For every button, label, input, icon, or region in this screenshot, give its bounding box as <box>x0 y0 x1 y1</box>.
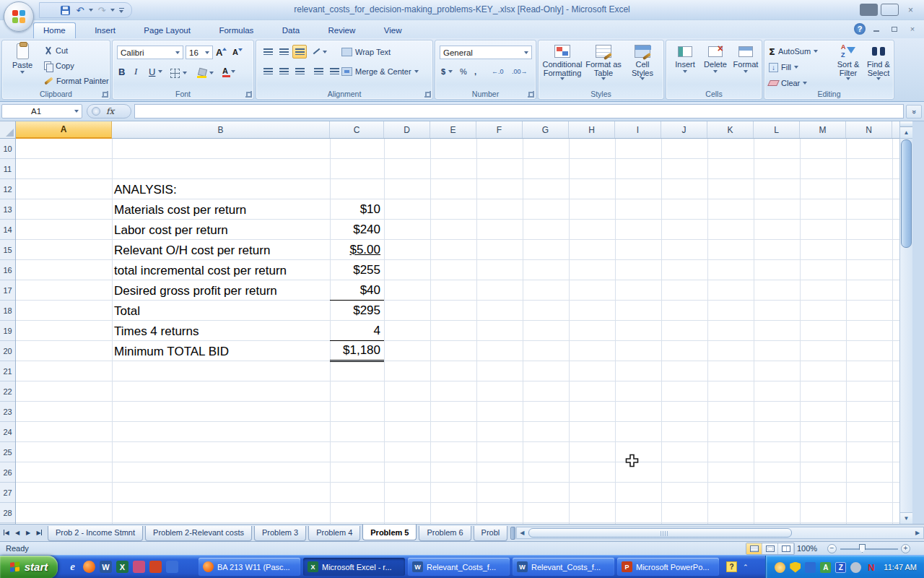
row-header[interactable]: 23 <box>0 402 15 422</box>
taskbar-button-word-1[interactable]: W Relevant_Costs_f... <box>408 558 510 576</box>
page-break-view-button[interactable] <box>778 543 794 554</box>
scroll-left-button[interactable]: ◀ <box>517 527 527 538</box>
cell-c14[interactable]: $240 <box>330 220 384 240</box>
cell-b12[interactable]: ANALYSIS: <box>114 180 177 199</box>
sheet-tab-problem7-truncated[interactable]: Probl <box>474 526 508 541</box>
select-all-corner[interactable] <box>0 121 16 138</box>
percent-button[interactable]: % <box>460 65 467 78</box>
font-dialog-launcher[interactable] <box>245 91 252 98</box>
share-chevron-icon[interactable]: ⌃ <box>743 564 749 571</box>
row-header[interactable]: 12 <box>0 179 15 199</box>
cut-button[interactable]: Cut <box>44 44 68 57</box>
restore-button[interactable] <box>881 4 899 16</box>
number-dialog-launcher[interactable] <box>528 91 534 98</box>
taskbar-button-powerpoint[interactable]: P Microsoft PowerPo... <box>617 558 719 576</box>
cell-b14[interactable]: Labor cost per return <box>114 220 228 240</box>
row-header[interactable]: 14 <box>0 220 15 240</box>
cell-c15[interactable]: $5.00 <box>330 241 384 260</box>
font-color-button[interactable]: A <box>222 65 235 78</box>
wrap-text-button[interactable]: Wrap Text <box>341 46 391 59</box>
number-format-select[interactable]: General <box>440 46 532 59</box>
sheet-tab-problem4[interactable]: Problem 4 <box>308 526 360 541</box>
align-left-button[interactable] <box>261 64 275 78</box>
tab-page-layout[interactable]: Page Layout <box>134 23 200 38</box>
scroll-right-button[interactable]: ▶ <box>912 527 923 538</box>
tab-data[interactable]: Data <box>273 23 309 38</box>
row-header[interactable]: 28 <box>0 503 15 523</box>
taskbar-button-firefox[interactable]: BA 213 W11 (Pasc... <box>199 558 300 576</box>
cell-c20[interactable]: $1,180 <box>330 341 384 362</box>
tab-formulas[interactable]: Formulas <box>209 23 263 38</box>
decrease-decimal-button[interactable]: .00→ <box>512 65 528 78</box>
cell-b13[interactable]: Materials cost per return <box>114 200 246 220</box>
row-header[interactable]: 17 <box>0 280 15 301</box>
row-header[interactable]: 21 <box>0 361 15 381</box>
conditional-formatting-button[interactable]: Conditional Formatting <box>541 45 583 80</box>
insert-function-button[interactable]: fx <box>87 104 131 118</box>
tab-insert[interactable]: Insert <box>85 23 125 38</box>
orientation-button[interactable] <box>311 45 328 59</box>
middle-align-button[interactable] <box>276 45 291 59</box>
cell-c17[interactable]: $40 <box>330 281 384 301</box>
merge-center-button[interactable]: Merge & Center <box>341 65 419 78</box>
row-header[interactable]: 24 <box>0 422 15 442</box>
row-header[interactable]: 25 <box>0 442 15 462</box>
insert-cells-button[interactable]: Insert <box>671 46 699 73</box>
page-layout-view-button[interactable] <box>762 543 778 554</box>
tab-view[interactable]: View <box>375 23 411 38</box>
horizontal-scrollbar[interactable]: ◀ ▶ <box>516 527 924 539</box>
app-blue-icon[interactable] <box>166 561 178 573</box>
close-button[interactable]: × <box>902 4 920 16</box>
name-box[interactable]: A1 <box>1 104 82 118</box>
cell-b15[interactable]: Relevant O/H cost per return <box>114 241 270 260</box>
app-pink-icon[interactable] <box>133 561 145 573</box>
tray-shield-icon[interactable] <box>790 562 801 573</box>
column-header-b[interactable]: B <box>112 121 330 138</box>
workbook-restore-button[interactable] <box>887 25 902 33</box>
row-header[interactable]: 26 <box>0 462 15 483</box>
scroll-up-button[interactable]: ▲ <box>900 127 912 139</box>
tray-messenger-icon[interactable] <box>775 562 785 573</box>
fill-color-button[interactable] <box>197 66 214 79</box>
copy-button[interactable]: Copy <box>44 59 74 72</box>
last-sheet-button[interactable]: ▶ <box>34 527 44 538</box>
shrink-font-button[interactable]: A <box>232 46 243 59</box>
grow-font-button[interactable]: A <box>216 46 227 59</box>
cell-c18[interactable]: $295 <box>330 301 384 321</box>
align-center-button[interactable] <box>276 64 291 78</box>
sheet-tab-problem5[interactable]: Problem 5 <box>362 525 417 540</box>
increase-decimal-button[interactable]: ←.0 <box>492 65 504 78</box>
first-sheet-button[interactable]: ◀ <box>1 527 12 538</box>
start-button[interactable]: start <box>0 556 58 578</box>
vertical-scrollbar[interactable]: ▲ ▼ <box>899 121 912 524</box>
bottom-align-button[interactable] <box>292 45 307 59</box>
normal-view-button[interactable] <box>746 543 762 554</box>
paste-button[interactable]: Paste <box>6 43 39 88</box>
zoom-slider-track[interactable] <box>840 548 898 550</box>
spreadsheet-grid[interactable]: ANALYSIS: Materials cost per return $10 … <box>16 139 912 524</box>
sort-filter-button[interactable]: AZ Sort & Filter <box>834 44 863 80</box>
autosum-button[interactable]: Σ AutoSum <box>769 45 818 58</box>
font-size-select[interactable]: 16 <box>186 46 213 59</box>
taskbar-button-word-2[interactable]: W Relevant_Costs_f... <box>513 558 614 576</box>
column-header-d[interactable]: D <box>384 121 430 138</box>
align-right-button[interactable] <box>292 64 307 78</box>
currency-button[interactable]: $ <box>441 65 453 78</box>
comma-button[interactable]: , <box>474 65 476 78</box>
scroll-down-button[interactable]: ▼ <box>900 512 912 524</box>
zoom-out-button[interactable]: − <box>827 544 837 553</box>
expand-formula-bar-button[interactable]: » <box>906 105 922 118</box>
cell-styles-button[interactable]: Cell Styles <box>624 45 661 80</box>
sheet-tab-problem3[interactable]: Problem 3 <box>254 526 306 541</box>
column-header-c[interactable]: C <box>330 121 384 138</box>
office-button[interactable] <box>4 1 34 32</box>
column-header-e[interactable]: E <box>430 121 476 138</box>
underline-button[interactable]: U <box>149 65 162 78</box>
sheet-tab-prob2-income[interactable]: Prob 2 - Income Stmnt <box>48 526 143 541</box>
vertical-split-handle[interactable] <box>900 121 912 127</box>
row-header[interactable]: 27 <box>0 483 15 503</box>
cell-b18[interactable]: Total <box>114 301 140 321</box>
excel-icon[interactable]: X <box>116 561 128 573</box>
format-cells-button[interactable]: Format <box>731 46 760 73</box>
cell-b16[interactable]: total incremental cost per return <box>114 261 287 280</box>
